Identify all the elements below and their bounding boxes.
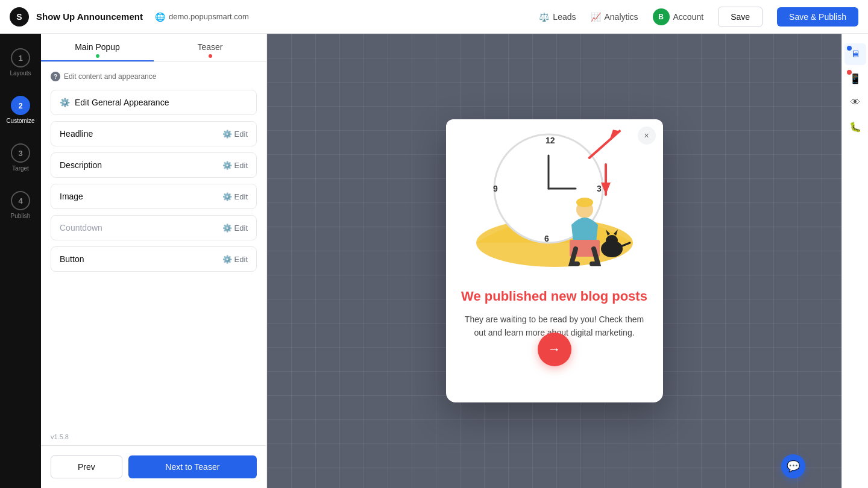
step-target[interactable]: 3 Target bbox=[11, 143, 30, 172]
panel-footer: Prev Next to Teaser bbox=[41, 445, 266, 488]
panel-content: ? Edit content and appearance ⚙️ Edit Ge… bbox=[41, 62, 266, 433]
leads-icon: ⚖️ bbox=[539, 12, 549, 22]
gear-icon-general: ⚙️ bbox=[60, 98, 70, 107]
logo: S bbox=[10, 7, 29, 27]
panel-card-description: Description ⚙️ Edit bbox=[51, 152, 257, 178]
step-layouts[interactable]: 1 Layouts bbox=[10, 48, 31, 77]
card-header-button[interactable]: Button ⚙️ Edit bbox=[51, 247, 256, 271]
steps-sidebar: 1 Layouts 2 Customize 3 Target 4 Publish bbox=[0, 34, 41, 488]
avatar: B bbox=[653, 8, 670, 25]
card-header-description[interactable]: Description ⚙️ Edit bbox=[51, 153, 256, 177]
inactive-indicator bbox=[847, 70, 852, 75]
panel-card-headline: Headline ⚙️ Edit bbox=[51, 121, 257, 146]
gear-icon-description: ⚙️ bbox=[222, 161, 232, 170]
step-label-target: Target bbox=[12, 165, 29, 172]
card-title-countdown: Countdown bbox=[60, 223, 102, 233]
save-button[interactable]: Save bbox=[718, 7, 763, 27]
main-layout: 1 Layouts 2 Customize 3 Target 4 Publish bbox=[0, 34, 868, 488]
svg-marker-9 bbox=[607, 128, 621, 140]
step-circle-1: 1 bbox=[11, 48, 30, 67]
arrow-right-icon: → bbox=[548, 342, 561, 357]
panel-hint: ? Edit content and appearance bbox=[51, 72, 257, 81]
chat-bubble[interactable]: 💬 bbox=[781, 454, 805, 478]
panel-card-image: Image ⚙️ Edit bbox=[51, 184, 257, 209]
edit-button-button[interactable]: ⚙️ Edit bbox=[222, 255, 248, 264]
debug-button[interactable]: 🐛 bbox=[844, 116, 866, 137]
domain-display: 🌐 demo.popupsmart.com bbox=[155, 12, 249, 22]
svg-point-16 bbox=[606, 235, 618, 246]
edit-description-button[interactable]: ⚙️ Edit bbox=[222, 161, 248, 170]
popup-card: × 12 3 6 9 bbox=[446, 119, 663, 402]
edit-image-button[interactable]: ⚙️ Edit bbox=[222, 192, 248, 201]
gear-icon-countdown: ⚙️ bbox=[222, 224, 232, 233]
step-label-publish: Publish bbox=[11, 213, 31, 219]
analytics-icon: 📈 bbox=[591, 12, 601, 22]
preview-button[interactable]: 👁 bbox=[844, 92, 866, 113]
gear-icon-button: ⚙️ bbox=[222, 255, 232, 264]
step-circle-4: 4 bbox=[11, 191, 30, 210]
panel-card-button: Button ⚙️ Edit bbox=[51, 246, 257, 272]
canvas: × 12 3 6 9 bbox=[267, 34, 841, 488]
save-publish-button[interactable]: Save & Publish bbox=[777, 7, 858, 27]
gear-icon-headline: ⚙️ bbox=[222, 130, 232, 139]
card-title-headline: Headline bbox=[60, 129, 93, 139]
popup-illustration: 12 3 6 9 bbox=[464, 122, 645, 273]
gear-icon-image: ⚙️ bbox=[222, 192, 232, 201]
step-publish[interactable]: 4 Publish bbox=[11, 191, 31, 219]
svg-text:12: 12 bbox=[546, 136, 555, 145]
version-text: v1.5.8 bbox=[41, 433, 266, 445]
header-nav: ⚖️ Leads 📈 Analytics B Account Save Save… bbox=[539, 7, 858, 27]
header: S Show Up Announcement 🌐 demo.popupsmart… bbox=[0, 0, 868, 34]
mobile-view-button[interactable]: 📱 bbox=[844, 67, 866, 89]
info-icon: ? bbox=[51, 72, 60, 81]
analytics-nav[interactable]: 📈 Analytics bbox=[591, 12, 638, 22]
svg-text:3: 3 bbox=[597, 184, 602, 193]
panel-tabs: Main Popup Teaser bbox=[41, 34, 266, 62]
leads-nav[interactable]: ⚖️ Leads bbox=[539, 12, 576, 22]
popup-close-button[interactable]: × bbox=[638, 127, 656, 145]
card-title-button: Button bbox=[60, 254, 84, 264]
popup-image-area: 12 3 6 9 bbox=[446, 119, 663, 276]
edit-countdown-button[interactable]: ⚙️ Edit bbox=[222, 224, 248, 233]
step-customize[interactable]: 2 Customize bbox=[6, 96, 34, 124]
panel: Main Popup Teaser ? Edit content and app… bbox=[41, 34, 267, 488]
popup-headline: We published new blog posts bbox=[461, 288, 649, 305]
step-label-customize: Customize bbox=[6, 117, 34, 124]
right-toolbar: 🖥 📱 👁 🐛 bbox=[841, 34, 868, 488]
desktop-view-button[interactable]: 🖥 bbox=[844, 43, 866, 65]
popup-cta-button[interactable]: → bbox=[538, 333, 571, 366]
step-circle-2: 2 bbox=[11, 96, 30, 115]
card-header-image[interactable]: Image ⚙️ Edit bbox=[51, 184, 256, 208]
app-title: Show Up Announcement bbox=[36, 11, 143, 22]
general-appearance-card[interactable]: ⚙️ Edit General Appearance bbox=[51, 90, 257, 115]
tab-main-popup[interactable]: Main Popup bbox=[41, 34, 154, 61]
edit-headline-button[interactable]: ⚙️ Edit bbox=[222, 130, 248, 139]
tab-dot-green bbox=[96, 54, 99, 58]
card-header-headline[interactable]: Headline ⚙️ Edit bbox=[51, 122, 256, 146]
active-indicator bbox=[847, 46, 852, 51]
tab-teaser[interactable]: Teaser bbox=[154, 34, 266, 61]
step-label-layouts: Layouts bbox=[10, 70, 31, 77]
panel-card-countdown: Countdown ⚙️ Edit bbox=[51, 215, 257, 240]
step-circle-3: 3 bbox=[11, 143, 30, 163]
prev-button[interactable]: Prev bbox=[51, 455, 122, 478]
svg-point-13 bbox=[576, 198, 593, 207]
svg-text:6: 6 bbox=[544, 234, 549, 243]
card-header-countdown[interactable]: Countdown ⚙️ Edit bbox=[51, 216, 256, 240]
chat-icon: 💬 bbox=[787, 460, 800, 473]
card-title-description: Description bbox=[60, 160, 102, 170]
card-title-image: Image bbox=[60, 192, 83, 201]
next-button[interactable]: Next to Teaser bbox=[128, 455, 257, 478]
tab-dot-red bbox=[209, 54, 212, 58]
account-nav[interactable]: B Account bbox=[653, 8, 704, 25]
svg-text:9: 9 bbox=[493, 184, 498, 193]
globe-icon: 🌐 bbox=[155, 12, 165, 22]
